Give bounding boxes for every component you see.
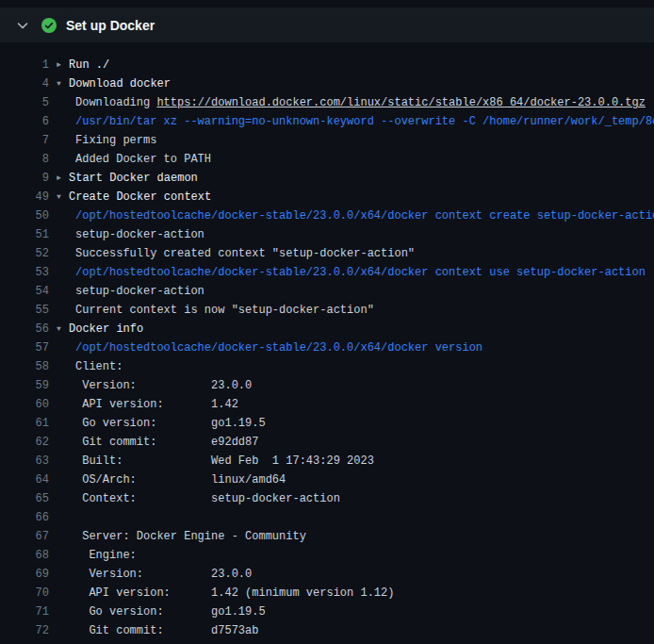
line-number[interactable]: 57 bbox=[0, 339, 49, 357]
line-number[interactable]: 51 bbox=[0, 225, 49, 244]
group-title: Download docker bbox=[69, 77, 171, 91]
log-line: 70 API version: 1.42 (minimum version 1.… bbox=[0, 584, 654, 603]
log-line: 69 Version: 23.0.0 bbox=[0, 565, 654, 584]
line-number[interactable]: 69 bbox=[0, 565, 49, 584]
log-line: 58Client: bbox=[0, 357, 654, 376]
group-title: Create Docker context bbox=[69, 190, 211, 204]
line-content: Built: Wed Feb 1 17:43:29 2023 bbox=[57, 452, 374, 471]
group-title: Docker info bbox=[69, 322, 143, 336]
line-number[interactable]: 63 bbox=[0, 452, 49, 471]
group-expanded-icon[interactable]: ▼ bbox=[57, 188, 69, 206]
log-line: 55Current context is now "setup-docker-a… bbox=[0, 301, 654, 320]
line-content: /usr/bin/tar xz --warning=no-unknown-key… bbox=[57, 112, 654, 131]
log-line[interactable]: 49▼Create Docker context bbox=[0, 188, 654, 206]
line-number[interactable]: 65 bbox=[0, 489, 49, 508]
log-viewer: Set up Docker 1►Run ./4▼Download docker5… bbox=[0, 8, 654, 644]
line-content: Current context is now "setup-docker-act… bbox=[57, 301, 374, 320]
log-line: 72 Git commit: d7573ab bbox=[0, 621, 654, 640]
line-number[interactable]: 55 bbox=[0, 301, 49, 320]
log-lines: 1►Run ./4▼Download docker5Downloading ht… bbox=[0, 42, 654, 640]
log-line: 63 Built: Wed Feb 1 17:43:29 2023 bbox=[0, 452, 654, 471]
line-number[interactable]: 54 bbox=[0, 282, 49, 301]
line-number[interactable]: 49 bbox=[0, 188, 49, 206]
line-content: Git commit: e92dd87 bbox=[57, 433, 258, 452]
group-title: Start Docker daemon bbox=[69, 172, 198, 185]
line-content: Added Docker to PATH bbox=[57, 150, 211, 169]
log-line: 8Added Docker to PATH bbox=[0, 150, 654, 169]
line-number[interactable]: 71 bbox=[0, 603, 49, 621]
line-number[interactable]: 56 bbox=[0, 320, 49, 339]
line-content: /opt/hostedtoolcache/docker-stable/23.0.… bbox=[57, 263, 646, 282]
line-number[interactable]: 4 bbox=[0, 74, 49, 93]
log-line: 6/usr/bin/tar xz --warning=no-unknown-ke… bbox=[0, 112, 654, 131]
line-number[interactable]: 67 bbox=[0, 527, 49, 546]
line-content: Downloading https://download.docker.com/… bbox=[57, 93, 646, 112]
line-number[interactable]: 6 bbox=[0, 112, 49, 131]
group-expanded-icon[interactable]: ▼ bbox=[57, 74, 69, 93]
log-line[interactable]: 9►Start Docker daemon bbox=[0, 169, 654, 188]
line-content: setup-docker-action bbox=[57, 282, 204, 301]
group-collapsed-icon[interactable]: ► bbox=[57, 56, 69, 74]
log-line: 57/opt/hostedtoolcache/docker-stable/23.… bbox=[0, 339, 654, 357]
line-content: ▼Create Docker context bbox=[57, 188, 211, 206]
line-number[interactable]: 50 bbox=[0, 206, 49, 225]
line-content: Fixing perms bbox=[57, 131, 156, 150]
log-line: 68 Engine: bbox=[0, 546, 654, 565]
line-number[interactable]: 62 bbox=[0, 433, 49, 452]
line-content: /opt/hostedtoolcache/docker-stable/23.0.… bbox=[57, 339, 482, 357]
line-number[interactable]: 61 bbox=[0, 414, 49, 433]
group-expanded-icon[interactable]: ▼ bbox=[57, 320, 69, 339]
line-number[interactable]: 5 bbox=[0, 93, 49, 112]
line-content: ▼Docker info bbox=[57, 320, 143, 339]
group-collapsed-icon[interactable]: ► bbox=[57, 169, 69, 188]
line-content: Go version: go1.19.5 bbox=[57, 414, 266, 433]
line-number[interactable]: 58 bbox=[0, 357, 49, 376]
line-number[interactable]: 59 bbox=[0, 376, 49, 395]
line-number[interactable]: 60 bbox=[0, 395, 49, 414]
log-line[interactable]: 1►Run ./ bbox=[0, 56, 654, 74]
line-content bbox=[57, 508, 75, 527]
line-content: Context: setup-docker-action bbox=[57, 489, 340, 508]
log-line: 54setup-docker-action bbox=[0, 282, 654, 301]
line-number[interactable]: 52 bbox=[0, 244, 49, 263]
line-number[interactable]: 64 bbox=[0, 471, 49, 489]
log-line[interactable]: 4▼Download docker bbox=[0, 74, 654, 93]
line-content: Version: 23.0.0 bbox=[57, 376, 252, 395]
log-line: 67 Server: Docker Engine - Community bbox=[0, 527, 654, 546]
success-check-icon bbox=[41, 18, 57, 33]
line-number[interactable]: 7 bbox=[0, 131, 49, 150]
line-number[interactable]: 8 bbox=[0, 150, 49, 169]
log-line: 60 API version: 1.42 bbox=[0, 395, 654, 414]
line-content: Go version: go1.19.5 bbox=[57, 603, 266, 621]
log-line: 66 bbox=[0, 508, 654, 527]
line-content: Engine: bbox=[57, 546, 137, 565]
line-number[interactable]: 9 bbox=[0, 169, 49, 188]
line-content: API version: 1.42 bbox=[57, 395, 238, 414]
download-url-link[interactable]: https://download.docker.com/linux/static… bbox=[156, 96, 645, 109]
line-number[interactable]: 1 bbox=[0, 56, 49, 74]
line-content: Git commit: d7573ab bbox=[57, 621, 258, 640]
log-line: 59 Version: 23.0.0 bbox=[0, 376, 654, 395]
log-line: 7Fixing perms bbox=[0, 131, 654, 150]
log-line: 71 Go version: go1.19.5 bbox=[0, 603, 654, 621]
chevron-down-icon[interactable] bbox=[15, 18, 30, 33]
line-content: Version: 23.0.0 bbox=[57, 565, 252, 584]
log-line: 50/opt/hostedtoolcache/docker-stable/23.… bbox=[0, 206, 654, 225]
step-header[interactable]: Set up Docker bbox=[0, 8, 654, 42]
line-number[interactable]: 66 bbox=[0, 508, 49, 527]
line-number[interactable]: 68 bbox=[0, 546, 49, 565]
log-line[interactable]: 56▼Docker info bbox=[0, 320, 654, 339]
log-line: 52Successfully created context "setup-do… bbox=[0, 244, 654, 263]
line-number[interactable]: 53 bbox=[0, 263, 49, 282]
line-content: Server: Docker Engine - Community bbox=[57, 527, 306, 546]
log-line: 51setup-docker-action bbox=[0, 225, 654, 244]
line-content: /opt/hostedtoolcache/docker-stable/23.0.… bbox=[57, 206, 654, 225]
log-line: 64 OS/Arch: linux/amd64 bbox=[0, 471, 654, 489]
log-line: 65 Context: setup-docker-action bbox=[0, 489, 654, 508]
line-content: OS/Arch: linux/amd64 bbox=[57, 471, 286, 489]
line-number[interactable]: 72 bbox=[0, 621, 49, 640]
line-content: ▼Download docker bbox=[57, 74, 171, 93]
line-content: ►Start Docker daemon bbox=[57, 169, 198, 188]
line-number[interactable]: 70 bbox=[0, 584, 49, 603]
line-content: setup-docker-action bbox=[57, 225, 204, 244]
